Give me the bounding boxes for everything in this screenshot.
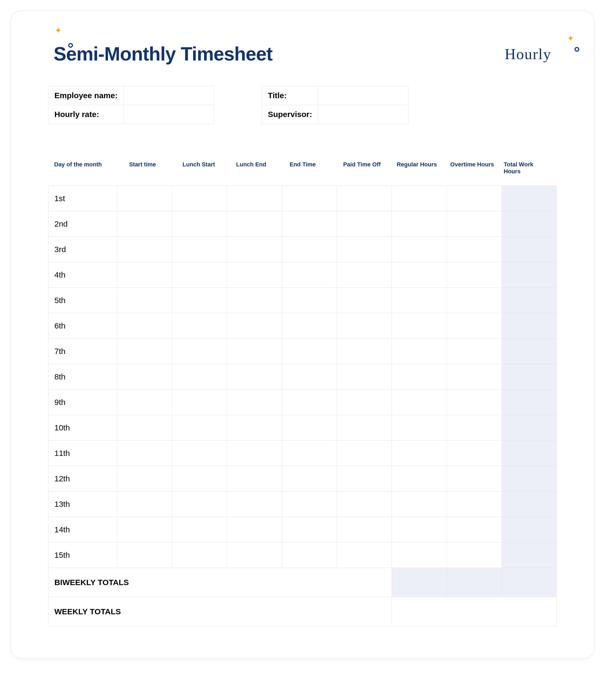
time-entry-cell[interactable] (117, 211, 172, 237)
total-hours-cell[interactable] (502, 288, 556, 313)
time-entry-cell[interactable] (117, 186, 172, 211)
total-hours-cell[interactable] (502, 415, 556, 441)
biweekly-total-cell[interactable] (502, 568, 556, 597)
time-entry-cell[interactable] (337, 542, 392, 568)
time-entry-cell[interactable] (227, 517, 282, 542)
time-entry-cell[interactable] (447, 313, 502, 339)
time-entry-cell[interactable] (392, 364, 447, 390)
time-entry-cell[interactable] (172, 390, 227, 415)
time-entry-cell[interactable] (337, 441, 392, 466)
time-entry-cell[interactable] (392, 441, 447, 466)
time-entry-cell[interactable] (282, 186, 337, 211)
time-entry-cell[interactable] (447, 288, 502, 313)
time-entry-cell[interactable] (227, 415, 282, 441)
time-entry-cell[interactable] (172, 492, 227, 517)
total-hours-cell[interactable] (502, 237, 556, 262)
time-entry-cell[interactable] (117, 466, 172, 492)
time-entry-cell[interactable] (117, 313, 172, 339)
time-entry-cell[interactable] (172, 517, 227, 542)
time-entry-cell[interactable] (282, 339, 337, 364)
time-entry-cell[interactable] (282, 466, 337, 492)
time-entry-cell[interactable] (227, 288, 282, 313)
total-hours-cell[interactable] (502, 339, 556, 364)
time-entry-cell[interactable] (392, 466, 447, 492)
time-entry-cell[interactable] (447, 542, 502, 568)
time-entry-cell[interactable] (172, 441, 227, 466)
time-entry-cell[interactable] (117, 517, 172, 542)
time-entry-cell[interactable] (447, 415, 502, 441)
time-entry-cell[interactable] (337, 517, 392, 542)
time-entry-cell[interactable] (172, 237, 227, 262)
hourly-rate-field[interactable] (124, 105, 214, 124)
time-entry-cell[interactable] (337, 237, 392, 262)
total-hours-cell[interactable] (502, 517, 556, 542)
time-entry-cell[interactable] (282, 313, 337, 339)
total-hours-cell[interactable] (502, 186, 556, 211)
time-entry-cell[interactable] (282, 288, 337, 313)
time-entry-cell[interactable] (392, 186, 447, 211)
time-entry-cell[interactable] (392, 288, 447, 313)
biweekly-regular-cell[interactable] (392, 568, 447, 597)
title-field[interactable] (318, 86, 408, 105)
time-entry-cell[interactable] (282, 262, 337, 288)
time-entry-cell[interactable] (172, 313, 227, 339)
total-hours-cell[interactable] (502, 313, 556, 339)
time-entry-cell[interactable] (172, 262, 227, 288)
time-entry-cell[interactable] (227, 237, 282, 262)
time-entry-cell[interactable] (337, 364, 392, 390)
time-entry-cell[interactable] (117, 262, 172, 288)
time-entry-cell[interactable] (117, 415, 172, 441)
time-entry-cell[interactable] (392, 415, 447, 441)
time-entry-cell[interactable] (337, 415, 392, 441)
time-entry-cell[interactable] (282, 517, 337, 542)
time-entry-cell[interactable] (117, 542, 172, 568)
time-entry-cell[interactable] (172, 288, 227, 313)
time-entry-cell[interactable] (227, 390, 282, 415)
time-entry-cell[interactable] (172, 364, 227, 390)
time-entry-cell[interactable] (447, 237, 502, 262)
time-entry-cell[interactable] (392, 542, 447, 568)
time-entry-cell[interactable] (447, 262, 502, 288)
time-entry-cell[interactable] (337, 313, 392, 339)
time-entry-cell[interactable] (447, 186, 502, 211)
time-entry-cell[interactable] (337, 186, 392, 211)
time-entry-cell[interactable] (337, 262, 392, 288)
total-hours-cell[interactable] (502, 364, 556, 390)
time-entry-cell[interactable] (172, 186, 227, 211)
time-entry-cell[interactable] (227, 466, 282, 492)
time-entry-cell[interactable] (282, 211, 337, 237)
time-entry-cell[interactable] (282, 364, 337, 390)
time-entry-cell[interactable] (227, 492, 282, 517)
time-entry-cell[interactable] (227, 364, 282, 390)
time-entry-cell[interactable] (337, 390, 392, 415)
time-entry-cell[interactable] (447, 517, 502, 542)
time-entry-cell[interactable] (447, 339, 502, 364)
time-entry-cell[interactable] (392, 492, 447, 517)
time-entry-cell[interactable] (282, 441, 337, 466)
time-entry-cell[interactable] (392, 517, 447, 542)
time-entry-cell[interactable] (392, 339, 447, 364)
time-entry-cell[interactable] (172, 211, 227, 237)
weekly-totals-cell[interactable] (392, 597, 556, 626)
time-entry-cell[interactable] (447, 492, 502, 517)
time-entry-cell[interactable] (172, 339, 227, 364)
time-entry-cell[interactable] (117, 339, 172, 364)
biweekly-overtime-cell[interactable] (447, 568, 502, 597)
time-entry-cell[interactable] (282, 542, 337, 568)
time-entry-cell[interactable] (392, 211, 447, 237)
time-entry-cell[interactable] (282, 415, 337, 441)
time-entry-cell[interactable] (392, 313, 447, 339)
time-entry-cell[interactable] (117, 288, 172, 313)
time-entry-cell[interactable] (337, 466, 392, 492)
employee-name-field[interactable] (124, 86, 214, 105)
time-entry-cell[interactable] (117, 441, 172, 466)
time-entry-cell[interactable] (282, 237, 337, 262)
time-entry-cell[interactable] (172, 466, 227, 492)
total-hours-cell[interactable] (502, 492, 556, 517)
time-entry-cell[interactable] (117, 364, 172, 390)
time-entry-cell[interactable] (117, 492, 172, 517)
time-entry-cell[interactable] (337, 211, 392, 237)
time-entry-cell[interactable] (117, 237, 172, 262)
time-entry-cell[interactable] (227, 441, 282, 466)
time-entry-cell[interactable] (227, 542, 282, 568)
